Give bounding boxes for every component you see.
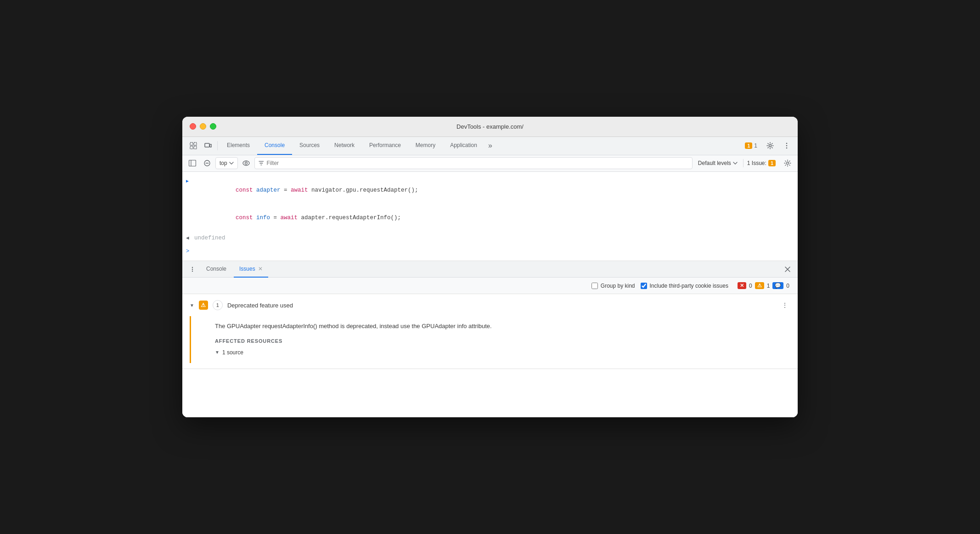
svg-point-18 — [192, 268, 193, 269]
console-settings-icon[interactable] — [781, 157, 794, 170]
traffic-lights — [190, 123, 216, 130]
tab-sources[interactable]: Sources — [292, 136, 327, 155]
settings-icon[interactable] — [763, 138, 777, 153]
svg-rect-1 — [194, 142, 197, 145]
more-options-icon[interactable] — [779, 138, 794, 153]
svg-rect-2 — [190, 146, 193, 149]
source-item[interactable]: ▼ 1 source — [215, 349, 783, 356]
svg-rect-4 — [205, 143, 209, 147]
code-equals-2: = — [270, 215, 281, 221]
code-line-1: const adapter = await navigator.gpu.requ… — [194, 176, 418, 204]
console-prompt[interactable]: > — [182, 245, 798, 257]
console-output: ▶ const adapter = await navigator.gpu.re… — [182, 172, 798, 261]
warning-badge: 1 — [745, 142, 752, 149]
svg-rect-10 — [189, 160, 196, 166]
tab-console[interactable]: Console — [257, 136, 292, 155]
issue-warning-icon: ⚠ — [199, 301, 208, 310]
tab-application[interactable]: Application — [443, 136, 484, 155]
devtools-body: Elements Console Sources Network Perform… — [182, 137, 798, 417]
titlebar: DevTools - example.com/ — [182, 117, 798, 137]
clear-console-icon[interactable] — [201, 157, 214, 170]
identifier-info: info — [256, 215, 270, 221]
code-block: const adapter = await navigator.gpu.requ… — [194, 176, 418, 232]
top-toolbar: Elements Console Sources Network Perform… — [182, 137, 798, 155]
toolbar-separator — [217, 141, 218, 150]
svg-point-15 — [245, 162, 247, 165]
issue-group-header[interactable]: ▼ ⚠ 1 Deprecated feature used ⋮ — [182, 294, 798, 316]
console-entry-undefined: ◀ undefined — [182, 233, 798, 244]
info-badge: 💬 — [772, 282, 783, 289]
maximize-button[interactable] — [210, 123, 216, 130]
tab-issues[interactable]: Issues ✕ — [234, 261, 268, 278]
include-third-party-input[interactable] — [641, 283, 647, 289]
prompt-arrow: > — [186, 247, 193, 256]
issue-title: Deprecated feature used — [227, 302, 775, 309]
collapse-arrow[interactable]: ▼ — [190, 303, 194, 308]
tab-memory[interactable]: Memory — [408, 136, 443, 155]
svg-point-14 — [243, 161, 249, 165]
group-by-kind-input[interactable] — [591, 283, 598, 289]
expand-arrow[interactable]: ▶ — [186, 178, 191, 185]
levels-chevron-icon — [733, 162, 738, 165]
filter-input-wrap — [254, 157, 693, 169]
issue-details: The GPUAdapter requestAdapterInfo() meth… — [190, 316, 790, 363]
include-third-party-checkbox[interactable]: Include third-party cookie issues — [641, 283, 728, 289]
more-tabs-button[interactable]: » — [484, 136, 496, 155]
source-expand-arrow[interactable]: ▼ — [215, 350, 220, 355]
affected-resources-label: AFFECTED RESOURCES — [215, 338, 783, 344]
issues-count-display: 1 Issue: 1 — [743, 159, 779, 167]
tab-elements[interactable]: Elements — [220, 136, 257, 155]
tab-network[interactable]: Network — [327, 136, 362, 155]
code-line-2: const info = await adapter.requestAdapte… — [194, 204, 418, 232]
keyword-const-2: const — [236, 215, 256, 221]
identifier-adapter: adapter — [256, 187, 281, 193]
issues-content: ▼ ⚠ 1 Deprecated feature used ⋮ The GPUA… — [182, 294, 798, 417]
issues-toolbar: Group by kind Include third-party cookie… — [182, 278, 798, 294]
close-panel-button[interactable] — [781, 263, 794, 276]
bottom-panel: Console Issues ✕ Group by kind — [182, 261, 798, 417]
context-selector[interactable]: top — [215, 157, 238, 169]
panel-more-icon[interactable] — [186, 263, 199, 276]
filter-icon — [259, 160, 264, 166]
error-badge: ✕ — [738, 282, 746, 289]
issue-count-circle: 1 — [213, 300, 223, 310]
svg-point-8 — [786, 145, 788, 147]
panel-tabs-bar: Console Issues ✕ — [182, 261, 798, 278]
svg-point-19 — [192, 270, 193, 271]
keyword-const: const — [236, 187, 256, 193]
tab-performance[interactable]: Performance — [362, 136, 408, 155]
source-label: 1 source — [222, 349, 243, 356]
inspect-element-icon[interactable] — [186, 138, 201, 153]
warning-badge-issues: ⚠ — [755, 282, 764, 289]
svg-rect-3 — [194, 146, 197, 149]
issue-description: The GPUAdapter requestAdapterInfo() meth… — [215, 322, 783, 331]
svg-rect-5 — [210, 144, 212, 147]
minimize-button[interactable] — [200, 123, 206, 130]
toolbar-right: 1 1 — [741, 138, 794, 153]
code-call-1: navigator.gpu.requestAdapter(); — [311, 187, 418, 193]
window-title: DevTools - example.com/ — [456, 123, 524, 130]
keyword-await: await — [291, 187, 311, 193]
svg-point-7 — [786, 143, 788, 144]
issue-badge-button[interactable]: 1 1 — [741, 142, 761, 150]
svg-point-9 — [786, 148, 788, 149]
tab-console-bottom[interactable]: Console — [201, 261, 232, 278]
return-arrow: ◀ — [186, 234, 191, 243]
svg-point-6 — [769, 145, 772, 147]
svg-point-16 — [787, 162, 789, 165]
tab-list: Elements Console Sources Network Perform… — [220, 137, 741, 155]
svg-point-17 — [192, 267, 193, 267]
tab-issues-close[interactable]: ✕ — [258, 266, 263, 272]
close-button[interactable] — [190, 123, 196, 130]
issue-group-deprecated: ▼ ⚠ 1 Deprecated feature used ⋮ The GPUA… — [182, 294, 798, 369]
default-levels-button[interactable]: Default levels — [694, 159, 741, 167]
issue-more-button[interactable]: ⋮ — [779, 300, 790, 311]
chevron-down-icon — [229, 162, 234, 165]
eye-icon[interactable] — [240, 157, 253, 170]
device-toolbar-icon[interactable] — [201, 138, 215, 153]
code-call-2: adapter.requestAdapterInfo(); — [301, 215, 401, 221]
console-entry-code: ▶ const adapter = await navigator.gpu.re… — [182, 176, 798, 233]
sidebar-toggle-icon[interactable] — [186, 157, 199, 170]
filter-input[interactable] — [266, 160, 688, 166]
group-by-kind-checkbox[interactable]: Group by kind — [591, 283, 635, 289]
